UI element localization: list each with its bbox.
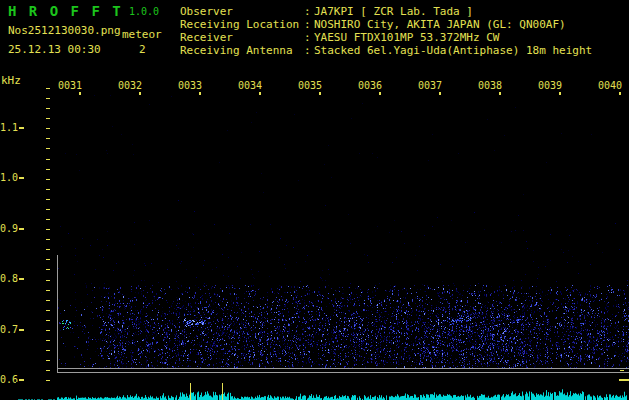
record-timestamp: 25.12.13 00:30 (8, 43, 101, 56)
y-minor-tick-left (46, 148, 50, 149)
spectrogram-canvas (57, 95, 629, 368)
x-tick-label: 0037 (418, 80, 442, 91)
y-minor-tick-left (46, 108, 50, 109)
y-minor-tick-left (46, 98, 50, 99)
y-minor-tick-left (46, 199, 50, 200)
x-tick-label: 0031 (58, 80, 82, 91)
x-tick-label: 0038 (478, 80, 502, 91)
y-tick-label: 1.0 (0, 172, 18, 183)
y-major-tick-left (19, 278, 24, 280)
y-minor-tick-left (46, 259, 50, 260)
y-tick-label: 0.7 (0, 324, 18, 335)
y-minor-tick-left (46, 179, 50, 180)
x-tick-label: 0040 (598, 80, 622, 91)
y-axis-unit-label: kHz (1, 74, 21, 87)
y-minor-tick-left (46, 219, 50, 220)
y-minor-tick-left (46, 138, 50, 139)
y-tick-label: 0.9 (0, 223, 18, 234)
amplitude-strip-canvas (16, 382, 629, 400)
y-minor-tick-left (46, 118, 50, 119)
y-minor-tick-left (46, 128, 50, 129)
y-minor-tick-left (46, 249, 50, 250)
y-tick-label: 1.1 (0, 122, 18, 133)
info-row-1: Receiving Location:NOSHIRO City, AKITA J… (180, 18, 592, 31)
info-row-2: Receiver:YAESU FTDX101MP 53.372MHz CW (180, 31, 592, 44)
info-label: Receiver (180, 31, 304, 44)
spectrogram-bottom-border (57, 368, 629, 369)
y-major-tick-left (19, 329, 24, 331)
info-separator: : (304, 18, 314, 31)
station-info-panel: Observer:JA7KPI [ ZCR Lab. Tada ]Receivi… (180, 5, 592, 57)
info-label: Receiving Antenna (180, 44, 304, 57)
x-tick-label: 0034 (238, 80, 262, 91)
y-minor-tick-left (46, 350, 50, 351)
x-tick-label: 0036 (358, 80, 382, 91)
info-label: Observer (180, 5, 304, 18)
y-tick-label: 0.8 (0, 273, 18, 284)
info-value: NOSHIRO City, AKITA JAPAN (GL: QN00AF) (314, 18, 566, 31)
y-minor-tick-left (46, 239, 50, 240)
info-row-3: Receiving Antenna:Stacked 6el.Yagi-Uda(A… (180, 44, 592, 57)
y-minor-tick-left (46, 320, 50, 321)
y-minor-tick-left (46, 88, 50, 89)
y-minor-tick-left (46, 290, 50, 291)
hrofft-window: H R O F F T 1.0.0 Nos2512130030.png mete… (0, 0, 629, 400)
y-minor-tick-left (46, 159, 50, 160)
output-filename: Nos2512130030.png (8, 24, 121, 37)
y-minor-tick-left (46, 380, 50, 381)
y-minor-tick-right (620, 380, 624, 381)
info-row-0: Observer:JA7KPI [ ZCR Lab. Tada ] (180, 5, 592, 18)
info-separator: : (304, 44, 314, 57)
y-minor-tick-left (46, 280, 50, 281)
info-separator: : (304, 5, 314, 18)
y-minor-tick-left (46, 209, 50, 210)
meteor-count: 2 (139, 43, 146, 56)
y-minor-tick-left (46, 330, 50, 331)
y-major-tick-left (19, 228, 24, 230)
x-tick-label: 0033 (178, 80, 202, 91)
mode-label: meteor (122, 28, 162, 41)
y-minor-tick-left (46, 310, 50, 311)
app-title: H R O F F T (8, 3, 123, 19)
x-tick-label: 0039 (538, 80, 562, 91)
info-value: JA7KPI [ ZCR Lab. Tada ] (314, 5, 473, 18)
info-value: YAESU FTDX101MP 53.372MHz CW (314, 31, 499, 44)
y-major-tick-left (19, 127, 24, 129)
y-major-tick-left (19, 379, 24, 381)
info-separator: : (304, 31, 314, 44)
y-minor-tick-left (46, 370, 50, 371)
spectrogram-bottom-border2 (57, 372, 629, 373)
y-minor-tick-right (620, 370, 624, 371)
y-minor-tick-left (46, 229, 50, 230)
x-tick-label: 0035 (298, 80, 322, 91)
y-minor-tick-left (46, 189, 50, 190)
y-minor-tick-left (46, 269, 50, 270)
info-value: Stacked 6el.Yagi-Uda(Antiphase) 18m heig… (314, 44, 592, 57)
y-minor-tick-left (46, 360, 50, 361)
x-tick-label: 0032 (118, 80, 142, 91)
app-version: 1.0.0 (129, 6, 159, 17)
y-major-tick-left (19, 177, 24, 179)
info-label: Receiving Location (180, 18, 304, 31)
y-minor-tick-left (46, 340, 50, 341)
y-minor-tick-left (46, 169, 50, 170)
spectrogram-left-border (57, 255, 58, 372)
y-minor-tick-left (46, 300, 50, 301)
